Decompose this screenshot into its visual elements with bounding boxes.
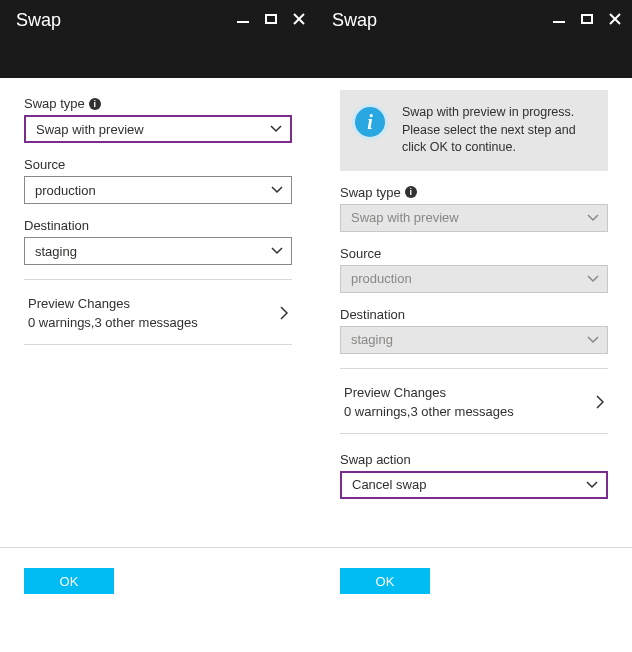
chevron-down-icon <box>587 336 599 344</box>
swap-action-value: Cancel swap <box>352 477 426 492</box>
source-value: production <box>351 271 412 286</box>
source-label: Source <box>24 157 65 172</box>
chevron-down-icon <box>586 481 598 489</box>
maximize-icon[interactable] <box>264 12 278 26</box>
destination-label-row: Destination <box>340 307 608 322</box>
spacer <box>0 345 316 535</box>
swap-action-label: Swap action <box>340 452 411 467</box>
panel-title: Swap <box>332 8 552 31</box>
swap-type-label: Swap type <box>340 185 401 200</box>
info-icon[interactable]: i <box>89 98 101 110</box>
chevron-down-icon <box>587 214 599 222</box>
destination-value: staging <box>35 244 77 259</box>
swap-type-select: Swap with preview <box>340 204 608 232</box>
swap-panel-right: Swap i Swap with preview in progress. Pl… <box>316 0 632 614</box>
preview-subtitle: 0 warnings,3 other messages <box>28 315 280 330</box>
panel-header: Swap <box>316 0 632 78</box>
minimize-icon[interactable] <box>552 12 566 26</box>
window-controls <box>552 8 622 26</box>
chevron-down-icon <box>271 247 283 255</box>
swap-action-label-row: Swap action <box>340 452 608 467</box>
preview-title: Preview Changes <box>344 385 596 400</box>
source-select: production <box>340 265 608 293</box>
swap-type-label-row: Swap type i <box>340 185 608 200</box>
preview-text: Preview Changes 0 warnings,3 other messa… <box>344 385 596 419</box>
destination-label: Destination <box>24 218 89 233</box>
close-icon[interactable] <box>608 12 622 26</box>
info-banner-text: Swap with preview in progress. Please se… <box>402 104 596 157</box>
chevron-right-icon <box>596 395 604 409</box>
source-select[interactable]: production <box>24 176 292 204</box>
panel-footer: OK <box>0 547 316 614</box>
panel-body: i Swap with preview in progress. Please … <box>316 78 632 535</box>
swap-panel-left: Swap Swap type i Swap with preview <box>0 0 316 614</box>
preview-subtitle: 0 warnings,3 other messages <box>344 404 596 419</box>
destination-label: Destination <box>340 307 405 322</box>
minimize-icon[interactable] <box>236 12 250 26</box>
swap-type-select[interactable]: Swap with preview <box>24 115 292 143</box>
info-banner: i Swap with preview in progress. Please … <box>340 90 608 171</box>
window-controls <box>236 8 306 26</box>
chevron-down-icon <box>587 275 599 283</box>
info-banner-icon: i <box>352 104 388 140</box>
ok-button[interactable]: OK <box>340 568 430 594</box>
panel-header: Swap <box>0 0 316 78</box>
panel-footer: OK <box>316 547 632 614</box>
destination-select: staging <box>340 326 608 354</box>
swap-type-label: Swap type <box>24 96 85 111</box>
panel-body: Swap type i Swap with preview Source pro… <box>0 78 316 345</box>
preview-changes-row[interactable]: Preview Changes 0 warnings,3 other messa… <box>340 369 608 434</box>
ok-button[interactable]: OK <box>24 568 114 594</box>
destination-select[interactable]: staging <box>24 237 292 265</box>
swap-type-value: Swap with preview <box>351 210 459 225</box>
chevron-right-icon <box>280 306 288 320</box>
preview-text: Preview Changes 0 warnings,3 other messa… <box>28 296 280 330</box>
close-icon[interactable] <box>292 12 306 26</box>
info-icon[interactable]: i <box>405 186 417 198</box>
destination-value: staging <box>351 332 393 347</box>
source-label-row: Source <box>24 157 292 172</box>
preview-title: Preview Changes <box>28 296 280 311</box>
source-label-row: Source <box>340 246 608 261</box>
swap-type-value: Swap with preview <box>36 122 144 137</box>
preview-changes-row[interactable]: Preview Changes 0 warnings,3 other messa… <box>24 280 292 345</box>
maximize-icon[interactable] <box>580 12 594 26</box>
panel-title: Swap <box>16 8 236 31</box>
source-value: production <box>35 183 96 198</box>
swap-action-select[interactable]: Cancel swap <box>340 471 608 499</box>
chevron-down-icon <box>271 186 283 194</box>
chevron-down-icon <box>270 125 282 133</box>
destination-label-row: Destination <box>24 218 292 233</box>
source-label: Source <box>340 246 381 261</box>
swap-type-label-row: Swap type i <box>24 96 292 111</box>
